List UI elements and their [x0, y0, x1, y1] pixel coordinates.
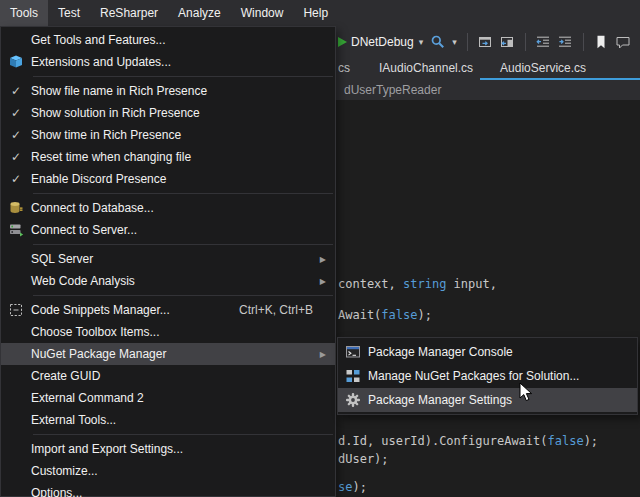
menu-separator	[33, 244, 333, 245]
code-line: Await(false);	[338, 308, 432, 323]
submenu-arrow-icon: ▶	[310, 350, 329, 359]
comment-icon[interactable]	[615, 33, 632, 50]
tools-menu-item-choose-toolbox-items[interactable]: Choose Toolbox Items...	[1, 321, 335, 343]
menu-item-gutter	[1, 200, 31, 216]
menu-item-label: Import and Export Settings...	[31, 442, 329, 456]
menu-item-label: Reset time when changing file	[31, 150, 329, 164]
code-segment: );	[417, 308, 431, 322]
nuget-submenu: Package Manager ConsoleManage NuGet Pack…	[337, 337, 638, 415]
tools-menu-item-customize[interactable]: Customize...	[1, 460, 335, 482]
menu-item-gutter: ✓	[1, 151, 31, 163]
menu-item-label: Show time in Rich Presence	[31, 128, 329, 142]
menu-item-label: Customize...	[31, 464, 329, 478]
menu-item-gutter: ✓	[1, 173, 31, 185]
menu-item-label: Enable Discord Presence	[31, 172, 329, 186]
tab-cs[interactable]: cs	[338, 61, 350, 75]
tools-menu-item-create-guid[interactable]: Create GUID	[1, 365, 335, 387]
menu-item-gutter: ✓	[1, 85, 31, 97]
menu-item-label: Package Manager Settings	[368, 393, 631, 407]
menubar-item-tools[interactable]: Tools	[0, 0, 48, 26]
tab-iaudiochannel-cs[interactable]: IAudioChannel.cs	[379, 61, 473, 75]
code-segment: se	[338, 480, 352, 494]
code-segment: dUser);	[338, 452, 389, 466]
manage-packages-icon	[345, 368, 361, 384]
menubar-item-resharper[interactable]: ReSharper	[90, 0, 168, 26]
menu-bar: ToolsTestReSharperAnalyzeWindowHelp	[0, 0, 640, 26]
menubar-item-window[interactable]: Window	[231, 0, 294, 26]
check-icon: ✓	[11, 107, 21, 119]
breadcrumb-text[interactable]: dUserTypeReader	[344, 83, 441, 97]
tools-menu-item-external-tools[interactable]: External Tools...	[1, 409, 335, 431]
tools-menu-item-enable-discord-presence[interactable]: ✓Enable Discord Presence	[1, 168, 335, 190]
tab-list: csIAudioChannel.csAudioService.cs	[338, 57, 586, 78]
tools-menu-item-sql-server[interactable]: SQL Server▶	[1, 248, 335, 270]
debug-target-label: DNetDebug	[351, 35, 414, 49]
toolbar-separator	[583, 33, 584, 51]
tab-audioservice-cs[interactable]: AudioService.cs	[500, 61, 586, 75]
menu-item-label: NuGet Package Manager	[31, 347, 310, 361]
tools-menu-item-get-tools-and-features[interactable]: Get Tools and Features...	[1, 29, 335, 51]
menubar-item-test[interactable]: Test	[48, 0, 90, 26]
code-segment: context,	[338, 277, 403, 291]
gear-icon	[345, 392, 361, 408]
start-debug-button[interactable]: DNetDebug ▾	[338, 35, 424, 49]
console-icon	[345, 344, 361, 360]
menu-item-gutter: ✓	[1, 129, 31, 141]
code-line: context, string input,	[338, 277, 497, 292]
tools-menu-item-code-snippets-manager[interactable]: Code Snippets Manager...Ctrl+K, Ctrl+B	[1, 299, 335, 321]
decrease-indent-icon[interactable]	[535, 33, 552, 50]
menu-separator	[33, 295, 333, 296]
toolbar-icon-group: ▾	[429, 33, 632, 51]
menu-separator	[33, 193, 333, 194]
play-icon	[338, 37, 347, 47]
menubar-item-help[interactable]: Help	[293, 0, 338, 26]
tools-menu-item-connect-to-server[interactable]: Connect to Server...	[1, 219, 335, 241]
code-segment: false	[548, 434, 584, 448]
check-icon: ✓	[11, 85, 21, 97]
server-icon	[8, 222, 24, 238]
check-icon: ✓	[11, 173, 21, 185]
toolbar-separator	[467, 33, 468, 51]
tools-menu-item-show-time-in-rich-presence[interactable]: ✓Show time in Rich Presence	[1, 124, 335, 146]
tools-menu-item-show-solution-in-rich-presence[interactable]: ✓Show solution in Rich Presence	[1, 102, 335, 124]
increase-indent-icon[interactable]	[557, 33, 574, 50]
menu-item-label: Code Snippets Manager...	[31, 303, 239, 317]
code-segment: Await(	[338, 308, 381, 322]
pop-out-icon[interactable]	[477, 33, 494, 50]
menu-item-gutter	[338, 344, 368, 360]
tools-menu-item-connect-to-database[interactable]: Connect to Database...	[1, 197, 335, 219]
menu-item-label: Get Tools and Features...	[31, 33, 329, 47]
code-segment: );	[352, 480, 366, 494]
dock-icon[interactable]	[499, 33, 516, 50]
database-icon	[8, 200, 24, 216]
menu-item-gutter	[1, 302, 31, 318]
menu-item-label: Package Manager Console	[368, 345, 631, 359]
menu-item-label: Show solution in Rich Presence	[31, 106, 329, 120]
find-icon[interactable]	[429, 33, 446, 50]
menu-item-label: Choose Toolbox Items...	[31, 325, 329, 339]
nuget-submenu-item-package-manager-console[interactable]: Package Manager Console	[338, 340, 637, 364]
menu-separator	[33, 434, 333, 435]
menu-item-label: SQL Server	[31, 252, 310, 266]
nuget-submenu-item-package-manager-settings[interactable]: Package Manager Settings	[338, 388, 637, 412]
chevron-down-icon[interactable]: ▾	[452, 37, 457, 47]
tools-menu-item-options[interactable]: Options...	[1, 482, 335, 497]
tools-menu-item-extensions-and-updates[interactable]: Extensions and Updates...	[1, 51, 335, 73]
tools-menu-item-reset-time-when-changing-file[interactable]: ✓Reset time when changing file	[1, 146, 335, 168]
tools-menu-item-show-file-name-in-rich-presence[interactable]: ✓Show file name in Rich Presence	[1, 80, 335, 102]
code-segment: );	[584, 434, 598, 448]
check-icon: ✓	[11, 129, 21, 141]
bookmark-icon[interactable]	[593, 33, 610, 50]
tools-menu-item-nuget-package-manager[interactable]: NuGet Package Manager▶	[1, 343, 335, 365]
tools-menu-item-external-command-2[interactable]: External Command 2	[1, 387, 335, 409]
mouse-cursor	[519, 382, 533, 403]
toolbar-separator	[525, 33, 526, 51]
nuget-submenu-item-manage-nuget-packages-for-solution[interactable]: Manage NuGet Packages for Solution...	[338, 364, 637, 388]
tools-menu-item-import-and-export-settings[interactable]: Import and Export Settings...	[1, 438, 335, 460]
menubar-item-analyze[interactable]: Analyze	[168, 0, 231, 26]
menu-item-label: Manage NuGet Packages for Solution...	[368, 369, 631, 383]
chevron-down-icon: ▾	[419, 37, 424, 47]
visual-studio-window: ToolsTestReSharperAnalyzeWindowHelp DNet…	[0, 0, 640, 497]
snippets-icon	[8, 302, 24, 318]
tools-menu-item-web-code-analysis[interactable]: Web Code Analysis▶	[1, 270, 335, 292]
